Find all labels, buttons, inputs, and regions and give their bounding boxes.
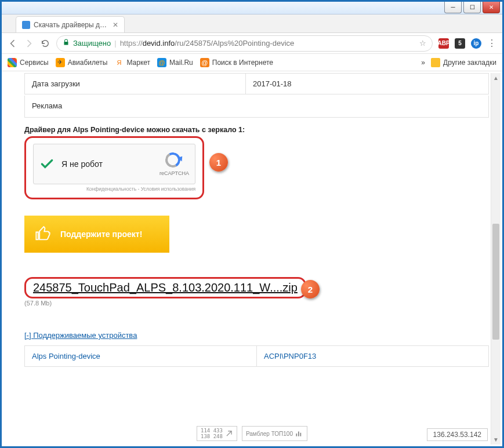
minimize-button[interactable]: ─ [444,2,462,13]
extension-icon[interactable]: 5 [455,38,465,49]
scroll-up-icon[interactable]: ▲ [491,73,501,83]
bookmark-apps[interactable]: Сервисы [8,58,49,67]
annotation-box-1: Я не робот reCAPTCHA Конфиденциальность … [24,136,204,199]
bookmark-market[interactable]: ЯМаркет [114,58,150,67]
bookmarks-bar: Сервисы ✈Авиабилеты ЯМаркет @Mail.Ru @По… [2,54,502,71]
upload-date-label: Дата загрузки [25,74,245,94]
upload-date-value: 2017-01-18 [245,74,488,94]
address-bar[interactable]: Защищено | https://devid.info/ru/245875/… [56,35,433,52]
mirror-text: Драйвер для Alps Pointing-device можно с… [24,126,489,134]
browser-tab[interactable]: Скачать драйверы для A ✕ [16,16,125,32]
supported-devices-toggle[interactable]: [-] Поддерживаемые устройства [24,331,489,340]
bookmark-avia[interactable]: ✈Авиабилеты [56,58,108,67]
annotation-badge-1: 1 [209,153,228,172]
bookmarks-overflow[interactable]: » [421,59,425,67]
download-link[interactable]: 245875_TouchPad_ALPS_8.103.2020.111_W...… [33,281,298,294]
tab-title: Скачать драйверы для A [34,21,109,29]
close-button[interactable]: ✕ [483,2,500,13]
recaptcha-widget[interactable]: Я не робот reCAPTCHA [33,144,195,184]
extension-adblock-icon[interactable]: ABP [438,38,449,49]
scrollbar-thumb[interactable] [492,224,499,340]
extension-ip-icon[interactable]: ip [471,38,481,49]
arrow-up-right-icon [225,429,233,438]
other-bookmarks[interactable]: Другие закладки [431,58,496,67]
bookmark-search[interactable]: @Поиск в Интернете [200,58,273,67]
bar-chart-icon [295,429,303,438]
window-titlebar: ─ ☐ ✕ [2,2,502,14]
mailru-icon: @ [157,58,166,67]
reload-button[interactable] [40,38,50,49]
apps-icon [8,58,17,67]
tab-close-icon[interactable]: ✕ [113,21,118,29]
tab-favicon [22,21,30,29]
url-text: https://devid.info/ru/245875/Alps%20Poin… [120,39,295,48]
browser-toolbar: Защищено | https://devid.info/ru/245875/… [2,33,502,54]
ip-display: 136.243.53.142 [427,428,488,441]
forward-button[interactable] [24,38,34,49]
browser-window: ─ ☐ ✕ Скачать драйверы для A ✕ Защищено … [0,0,504,448]
info-table: Дата загрузки 2017-01-18 [24,73,489,94]
supported-devices-table: Alps Pointing-device ACPI\PNP0F13 [24,345,489,367]
lock-icon [63,39,70,48]
annotation-box-2: 245875_TouchPad_ALPS_8.103.2020.111_W...… [24,277,306,298]
ad-label: Реклама [24,96,489,118]
counter-liveinternet[interactable]: 114 433 138 248 [197,426,237,441]
window-controls: ─ ☐ ✕ [444,2,500,13]
omnibox-actions: ☆ [419,39,426,48]
supported-device-id[interactable]: ACPI\PNP0F13 [256,346,488,366]
scroll-down-icon[interactable]: ▼ [491,435,501,445]
table-row: Дата загрузки 2017-01-18 [25,74,488,94]
vertical-scrollbar[interactable]: ▲ ▼ [491,73,501,445]
plane-icon: ✈ [56,58,65,67]
support-button-label: Поддержите проект! [60,230,142,239]
thumbs-up-icon [35,226,51,242]
recaptcha-branding: reCAPTCHA [159,152,189,176]
page-viewport: Дата загрузки 2017-01-18 Реклама Драйвер… [3,73,501,445]
recaptcha-label: Я не робот [61,159,103,169]
search-bookmark-icon: @ [200,58,209,67]
page-footer: 114 433 138 248 Рамблер ТОП100 [3,426,501,441]
recaptcha-logo-icon [165,152,183,170]
counter-rambler[interactable]: Рамблер ТОП100 [242,426,307,441]
secure-label: Защищено [73,39,111,48]
menu-icon[interactable]: ⋮ [487,38,496,49]
market-icon: Я [114,58,124,67]
supported-device-name[interactable]: Alps Pointing-device [25,346,256,366]
maximize-button[interactable]: ☐ [463,2,481,13]
annotation-badge-2: 2 [301,280,320,298]
folder-icon [431,58,440,67]
support-project-button[interactable]: Поддержите проект! [24,216,169,253]
back-button[interactable] [8,38,18,49]
tab-strip: Скачать драйверы для A ✕ [2,14,502,33]
download-size: (57.8 Mb) [24,300,489,307]
checkmark-icon [39,156,55,172]
star-icon[interactable]: ☆ [419,39,426,48]
recaptcha-terms[interactable]: Конфиденциальность - Условия использован… [33,186,195,192]
bookmark-mailru[interactable]: @Mail.Ru [157,58,193,67]
